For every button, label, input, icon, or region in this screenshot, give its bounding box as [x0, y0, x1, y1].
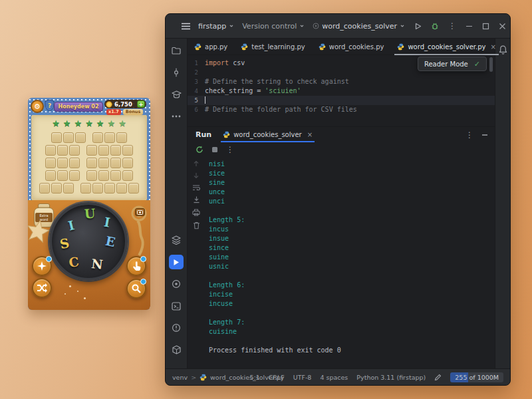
wheel-letter[interactable]: I: [66, 217, 76, 233]
readonly-toggle[interactable]: [434, 374, 442, 381]
python-icon: [194, 43, 201, 51]
editor-tab[interactable]: word_cookies_solver.py×: [390, 39, 502, 55]
notification-badge: [46, 256, 52, 262]
wheel-letter[interactable]: U: [84, 206, 96, 221]
console-line: Length 6:: [209, 281, 495, 290]
play-icon: [173, 259, 180, 266]
caret-position[interactable]: 5:1: [249, 374, 259, 381]
python-interpreter[interactable]: Python 3.11 (firstapp): [356, 374, 426, 381]
run-button[interactable]: [414, 23, 422, 30]
coin-icon: [106, 101, 112, 108]
project-tool-button[interactable]: [169, 43, 184, 58]
problems-tool-button[interactable]: [169, 321, 184, 335]
wheel-letter[interactable]: E: [104, 233, 117, 250]
line-separator[interactable]: CRLF: [269, 374, 285, 381]
close-icon[interactable]: ×: [307, 131, 313, 138]
soft-wrap-button[interactable]: [192, 184, 200, 191]
up-stack-button[interactable]: [193, 160, 200, 167]
tile-group: [92, 132, 127, 143]
sand-speck: [65, 293, 66, 295]
pen-icon: [434, 374, 442, 381]
debug-tool-button[interactable]: [169, 277, 184, 291]
close-window-button[interactable]: [499, 23, 506, 30]
wheel-letter[interactable]: N: [90, 256, 104, 272]
letter-tile-slot: [86, 145, 97, 156]
text-caret: [205, 96, 205, 104]
letter-tile-slot: [110, 170, 121, 181]
line-number: 3: [188, 77, 205, 86]
play-icon: [414, 23, 422, 30]
python-packages-tool-button[interactable]: [169, 342, 184, 357]
commit-tool-button[interactable]: [169, 65, 184, 80]
letter-tile-slot: [116, 132, 127, 143]
learn-tool-button[interactable]: [169, 87, 184, 102]
reader-mode-chip[interactable]: Reader Mode ✓: [418, 57, 487, 71]
coin-count: 6,750: [114, 101, 132, 108]
terminal-tool-button[interactable]: [169, 299, 184, 313]
memory-indicator[interactable]: 255 of 1000M: [450, 372, 503, 382]
rerun-button[interactable]: [196, 146, 203, 154]
editor-tab[interactable]: app.py: [188, 39, 234, 55]
console-more-button[interactable]: ⋮: [226, 146, 234, 154]
left-tool-stripe: [166, 39, 188, 368]
console-line: sice: [209, 169, 495, 178]
letter-tile-slot: [86, 170, 97, 181]
services-tool-button[interactable]: [169, 233, 184, 247]
wheel-letter[interactable]: I: [102, 215, 111, 230]
editor-tab[interactable]: word_cookies.py: [312, 39, 391, 55]
more-tool-windows-button[interactable]: [169, 109, 184, 124]
line-number: 6: [188, 105, 205, 114]
reader-mode-label: Reader Mode: [424, 61, 468, 68]
add-coins-button[interactable]: +: [137, 100, 145, 108]
letter-wheel[interactable]: IUISECN: [49, 202, 128, 281]
clear-all-button[interactable]: [193, 221, 200, 229]
editor-line[interactable]: 6# Define the folder path for CSV files: [188, 105, 495, 114]
print-button[interactable]: [192, 209, 200, 216]
console-output[interactable]: nisisicesineunceunci Length 5:incusinsue…: [205, 157, 495, 368]
editor-tab[interactable]: test_learning.py: [234, 39, 311, 55]
tap-hint-button[interactable]: [126, 256, 146, 276]
lightning-hint-button[interactable]: [32, 256, 52, 276]
run-tool-button[interactable]: [169, 255, 184, 269]
minimize-button[interactable]: [466, 23, 473, 30]
code-editor[interactable]: 1import csv23# Define the string to chec…: [188, 55, 495, 127]
editor-line[interactable]: 4check_string = 'sciuien': [188, 86, 495, 96]
chevron-down-icon: [400, 23, 405, 29]
run-panel-options-button[interactable]: ⋮: [466, 131, 473, 139]
wheel-letter[interactable]: S: [59, 235, 70, 251]
scroll-to-end-button[interactable]: [193, 196, 200, 203]
breadcrumb-root[interactable]: venv: [172, 374, 188, 381]
tile-group: [39, 183, 74, 194]
search-hint-button[interactable]: [126, 279, 146, 299]
console-line: incise: [209, 290, 495, 299]
editor-line[interactable]: 3# Define the string to check against: [188, 77, 495, 86]
wheel-letter[interactable]: C: [68, 254, 80, 270]
console-line: sine: [209, 178, 495, 188]
editor-scrollbar[interactable]: [489, 57, 493, 72]
hide-run-panel-button[interactable]: [481, 132, 488, 138]
stop-button[interactable]: [211, 146, 218, 153]
indent-setting[interactable]: 4 spaces: [320, 374, 348, 381]
level-badge-shield: ?: [45, 99, 55, 112]
vcs-selector[interactable]: Version control: [242, 22, 305, 31]
editor-tab-bar: app.pytest_learning.pyword_cookies.pywor…: [188, 39, 495, 55]
game-settings-button[interactable]: ⚙: [31, 100, 44, 113]
shuffle-icon: [37, 283, 47, 293]
shuffle-button[interactable]: [32, 278, 52, 298]
console-line: incus: [209, 225, 495, 234]
letter-tile-slot: [69, 145, 80, 156]
down-stack-button[interactable]: [193, 172, 200, 179]
close-icon[interactable]: ×: [491, 43, 496, 51]
problems-icon: [172, 323, 181, 332]
photo-hint-button[interactable]: [135, 208, 145, 216]
run-console-tab[interactable]: word_cookies_solver ×: [221, 127, 315, 142]
more-actions-button[interactable]: ⋮: [448, 22, 456, 30]
debug-button[interactable]: [431, 22, 439, 30]
run-config-selector[interactable]: word_cookies_solver: [313, 22, 405, 31]
maximize-button[interactable]: [482, 23, 489, 30]
main-menu-button[interactable]: [182, 23, 190, 30]
star-icon: ★: [107, 118, 115, 128]
file-encoding[interactable]: UTF-8: [293, 374, 312, 381]
editor-line[interactable]: 5: [188, 96, 495, 105]
project-selector[interactable]: firstapp: [198, 22, 234, 31]
